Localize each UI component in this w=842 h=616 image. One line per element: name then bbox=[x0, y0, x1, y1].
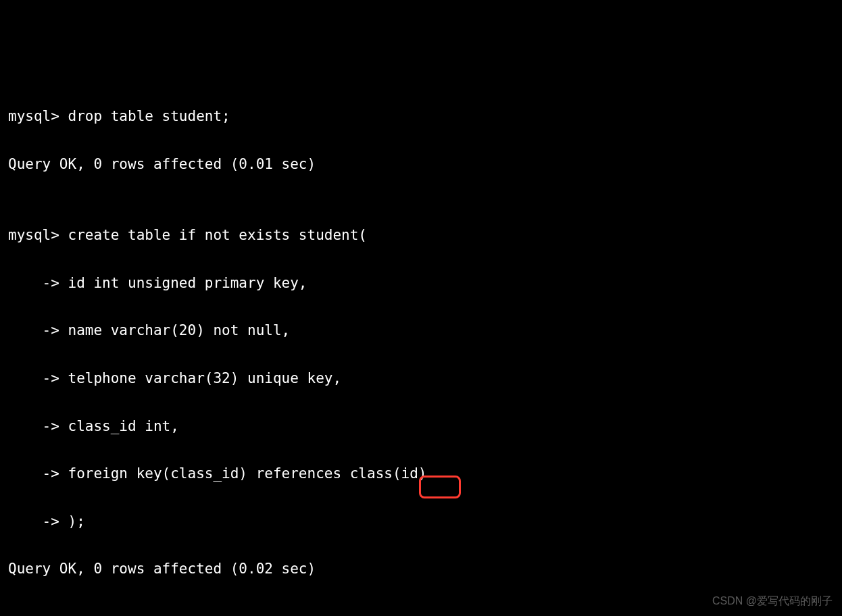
terminal-line: -> ); bbox=[8, 510, 834, 534]
terminal-line: -> name varchar(20) not null, bbox=[8, 319, 834, 342]
terminal-line: mysql> drop table student; bbox=[8, 105, 834, 128]
terminal-line: -> telphone varchar(32) unique key, bbox=[8, 367, 834, 390]
terminal-line: Query OK, 0 rows affected (0.02 sec) bbox=[8, 557, 834, 581]
terminal-line: Query OK, 0 rows affected (0.01 sec) bbox=[8, 153, 834, 176]
watermark-text: CSDN @爱写代码的刚子 bbox=[712, 592, 833, 611]
terminal-line: -> class_id int, bbox=[8, 415, 834, 438]
terminal-line: mysql> create table if not exists studen… bbox=[8, 224, 834, 247]
terminal-line: -> id int unsigned primary key, bbox=[8, 272, 834, 295]
terminal-line: -> foreign key(class_id) references clas… bbox=[8, 462, 834, 486]
